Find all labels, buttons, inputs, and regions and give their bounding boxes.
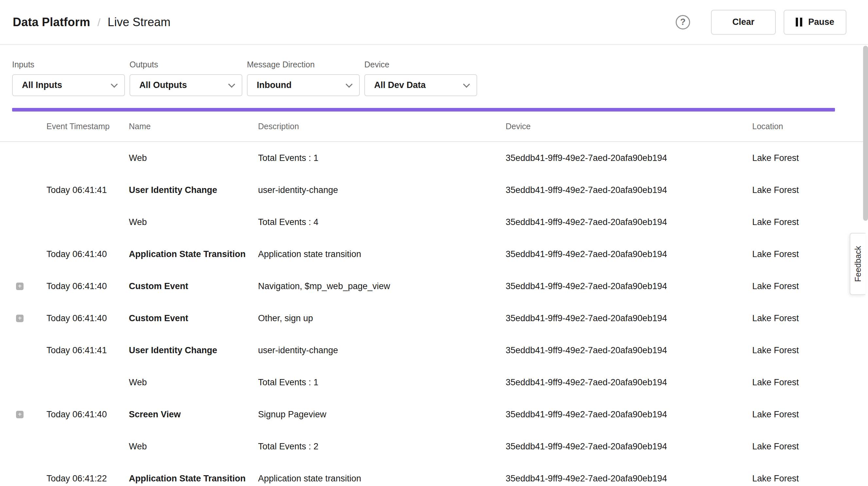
device-cell: 35eddb41-9ff9-49e2-7aed-20afa90eb194: [506, 217, 752, 227]
column-description: Description: [258, 122, 506, 131]
device-dropdown[interactable]: All Dev Data: [364, 74, 477, 96]
column-event-timestamp: Event Timestamp: [46, 122, 129, 131]
filter-message-direction-label: Message Direction: [247, 60, 360, 69]
location-cell: Lake Forest: [752, 442, 868, 452]
location-cell: Lake Forest: [752, 313, 868, 324]
description-cell: Total Events : 2: [258, 442, 506, 452]
table-row[interactable]: + Web Total Events : 1 35eddb41-9ff9-49e…: [0, 366, 868, 398]
description-cell: user-identity-change: [258, 185, 506, 195]
expand-cell: +: [0, 347, 46, 354]
chevron-down-icon: [346, 81, 352, 88]
name-cell: Application State Transition: [129, 474, 258, 484]
filter-message-direction: Message Direction Inbound: [247, 60, 360, 96]
device-cell: 35eddb41-9ff9-49e2-7aed-20afa90eb194: [506, 249, 752, 260]
description-cell: Application state transition: [258, 474, 506, 484]
message-direction-dropdown[interactable]: Inbound: [247, 74, 360, 96]
filter-outputs: Outputs All Outputs: [129, 60, 242, 96]
name-cell: Web: [129, 153, 258, 163]
breadcrumb: Data Platform / Live Stream: [13, 16, 170, 29]
device-cell: 35eddb41-9ff9-49e2-7aed-20afa90eb194: [506, 313, 752, 324]
chevron-down-icon: [111, 81, 118, 88]
table-row[interactable]: + Today 06:41:40 Application State Trans…: [0, 238, 868, 270]
device-cell: 35eddb41-9ff9-49e2-7aed-20afa90eb194: [506, 409, 752, 420]
device-cell: 35eddb41-9ff9-49e2-7aed-20afa90eb194: [506, 281, 752, 292]
location-cell: Lake Forest: [752, 474, 868, 484]
device-cell: 35eddb41-9ff9-49e2-7aed-20afa90eb194: [506, 185, 752, 195]
pause-icon: [796, 18, 802, 27]
name-cell: Custom Event: [129, 313, 258, 324]
table-row[interactable]: + Web Total Events : 1 35eddb41-9ff9-49e…: [0, 142, 868, 174]
scrollbar-thumb[interactable]: [863, 46, 868, 221]
device-cell: 35eddb41-9ff9-49e2-7aed-20afa90eb194: [506, 377, 752, 388]
description-cell: user-identity-change: [258, 345, 506, 356]
table-row[interactable]: + Today 06:41:40 Custom Event Other, sig…: [0, 302, 868, 334]
name-cell: Screen View: [129, 409, 258, 420]
description-cell: Navigation, $mp_web_page_view: [258, 281, 506, 292]
table-row[interactable]: + Today 06:41:41 User Identity Change us…: [0, 334, 868, 366]
timestamp-cell: Today 06:41:22: [46, 474, 129, 484]
filter-device-label: Device: [364, 60, 477, 69]
filter-outputs-label: Outputs: [129, 60, 242, 69]
expand-icon[interactable]: +: [16, 282, 24, 290]
inputs-dropdown[interactable]: All Inputs: [12, 74, 125, 96]
name-cell: Web: [129, 217, 258, 227]
accent-bar: [12, 108, 835, 112]
filter-inputs: Inputs All Inputs: [12, 60, 125, 96]
expand-cell: +: [0, 315, 46, 322]
name-cell: Custom Event: [129, 281, 258, 292]
column-device: Device: [506, 122, 752, 131]
location-cell: Lake Forest: [752, 345, 868, 356]
clear-button[interactable]: Clear: [711, 10, 776, 35]
outputs-dropdown[interactable]: All Outputs: [129, 74, 242, 96]
expand-cell: +: [0, 186, 46, 194]
table-body: + Web Total Events : 1 35eddb41-9ff9-49e…: [0, 142, 868, 486]
expand-cell: +: [0, 411, 46, 418]
table-row[interactable]: + Today 06:41:40 Screen View Signup Page…: [0, 398, 868, 430]
expand-cell: +: [0, 475, 46, 482]
filter-bar: Inputs All Inputs Outputs All Outputs Me…: [0, 45, 868, 96]
name-cell: Web: [129, 377, 258, 388]
expand-icon[interactable]: +: [16, 411, 24, 418]
column-location: Location: [752, 122, 868, 131]
table-row[interactable]: + Today 06:41:41 User Identity Change us…: [0, 174, 868, 206]
inputs-dropdown-value: All Inputs: [22, 80, 62, 90]
pause-button-label: Pause: [808, 17, 834, 27]
name-cell: Application State Transition: [129, 249, 258, 260]
location-cell: Lake Forest: [752, 377, 868, 388]
table-row[interactable]: + Today 06:41:40 Custom Event Navigation…: [0, 270, 868, 302]
table-row[interactable]: + Today 06:41:22 Application State Trans…: [0, 462, 868, 486]
device-cell: 35eddb41-9ff9-49e2-7aed-20afa90eb194: [506, 153, 752, 163]
timestamp-cell: Today 06:41:41: [46, 185, 129, 195]
table-row[interactable]: + Web Total Events : 4 35eddb41-9ff9-49e…: [0, 206, 868, 238]
device-cell: 35eddb41-9ff9-49e2-7aed-20afa90eb194: [506, 345, 752, 356]
expand-cell: +: [0, 218, 46, 226]
name-cell: User Identity Change: [129, 345, 258, 356]
table-header: Event Timestamp Name Description Device …: [0, 112, 868, 142]
expand-cell: +: [0, 282, 46, 290]
name-cell: Web: [129, 442, 258, 452]
chevron-down-icon: [228, 81, 235, 88]
help-icon[interactable]: ?: [676, 15, 690, 29]
location-cell: Lake Forest: [752, 185, 868, 195]
device-cell: 35eddb41-9ff9-49e2-7aed-20afa90eb194: [506, 442, 752, 452]
description-cell: Signup Pageview: [258, 409, 506, 420]
outputs-dropdown-value: All Outputs: [139, 80, 187, 90]
pause-button[interactable]: Pause: [784, 10, 846, 35]
feedback-tab[interactable]: Feedback: [850, 233, 865, 295]
page-header: Data Platform / Live Stream ? Clear Paus…: [0, 0, 868, 45]
timestamp-cell: Today 06:41:40: [46, 249, 129, 260]
timestamp-cell: Today 06:41:40: [46, 313, 129, 324]
device-cell: 35eddb41-9ff9-49e2-7aed-20afa90eb194: [506, 474, 752, 484]
timestamp-cell: Today 06:41:40: [46, 281, 129, 292]
chevron-down-icon: [463, 81, 470, 88]
expand-cell: +: [0, 379, 46, 386]
breadcrumb-separator: /: [97, 16, 100, 29]
breadcrumb-section[interactable]: Data Platform: [13, 16, 90, 29]
table-row[interactable]: + Web Total Events : 2 35eddb41-9ff9-49e…: [0, 430, 868, 462]
description-cell: Total Events : 1: [258, 153, 506, 163]
expand-icon[interactable]: +: [16, 315, 24, 322]
timestamp-cell: Today 06:41:41: [46, 345, 129, 356]
page-title: Live Stream: [107, 16, 170, 29]
description-cell: Other, sign up: [258, 313, 506, 324]
feedback-tab-label: Feedback: [853, 246, 863, 282]
